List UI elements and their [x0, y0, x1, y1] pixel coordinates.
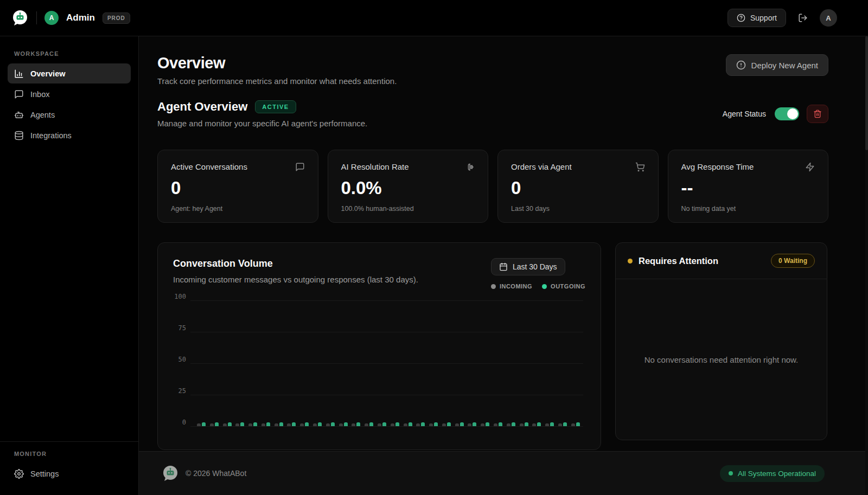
env-badge: PROD	[103, 12, 130, 24]
bar-incoming	[494, 423, 497, 426]
sidebar-item-settings[interactable]: Settings	[8, 464, 131, 484]
bar-outgoing	[434, 422, 438, 426]
metric-card: Orders via Agent0Last 30 days	[497, 150, 659, 223]
bar-incoming	[339, 423, 343, 426]
brand-name: Admin	[66, 12, 95, 23]
bars-row	[197, 422, 580, 426]
agent-status-toggle[interactable]	[775, 107, 799, 120]
y-axis-tick: 25	[173, 387, 186, 395]
sidebar-item-integrations[interactable]: Integrations	[8, 125, 131, 145]
scrollbar-track	[865, 36, 868, 495]
main-content: Overview Track core performance metrics …	[139, 36, 868, 451]
metric-icon-wrap	[635, 162, 645, 172]
bar-incoming	[287, 423, 291, 426]
metric-card: AI Resolution Rate0.0%100.0% human-assis…	[328, 150, 489, 223]
metric-footnote: No timing data yet	[681, 205, 815, 213]
bar-pair-day-27	[532, 422, 541, 426]
toggle-knob	[787, 108, 798, 119]
bar-outgoing	[344, 422, 348, 426]
bar-pair-day-29	[558, 422, 567, 426]
logout-button[interactable]	[798, 13, 808, 23]
sidebar-item-label: Settings	[30, 470, 59, 478]
legend-dot-icon	[491, 284, 496, 289]
deploy-button-label: Deploy New Agent	[751, 61, 818, 70]
trash-icon	[813, 110, 822, 118]
bar-pair-day-18	[416, 422, 425, 426]
legend-dot-icon	[542, 284, 547, 289]
metric-value: 0.0%	[341, 178, 475, 198]
shopping-cart-icon	[635, 162, 645, 172]
sidebar-item-overview[interactable]: Overview	[8, 63, 131, 83]
metric-title: Active Conversations	[171, 162, 247, 171]
metric-icon-wrap	[465, 162, 475, 172]
metric-value: 0	[171, 178, 305, 198]
bar-incoming	[378, 423, 381, 426]
metrics-row: Active Conversations0Agent: hey AgentAI …	[157, 150, 828, 223]
bar-incoming	[352, 423, 355, 426]
message-square-icon	[295, 162, 305, 172]
user-avatar[interactable]: A	[820, 9, 837, 27]
bar-outgoing	[525, 422, 528, 426]
bar-pair-day-14	[365, 422, 373, 426]
bar-outgoing	[421, 422, 425, 426]
zap-icon	[805, 162, 815, 172]
bar-incoming	[442, 423, 446, 426]
date-range-button[interactable]: Last 30 Days	[491, 258, 565, 275]
sidebar-item-label: Inbox	[30, 90, 49, 99]
alert-circle-icon	[736, 60, 746, 70]
bar-pair-day-19	[429, 422, 438, 426]
gear-icon	[14, 469, 24, 479]
agent-status-label: Agent Status	[723, 110, 766, 118]
agent-overview-subtitle: Manage and monitor your specific AI agen…	[157, 119, 367, 128]
legend-item-outgoing: OUTGOING	[542, 283, 585, 290]
bar-incoming	[248, 423, 252, 426]
chart-plot: 1007550250	[173, 300, 585, 436]
status-pill-label: All Systems Operational	[738, 470, 816, 478]
sidebar-item-inbox[interactable]: Inbox	[8, 84, 131, 104]
bar-pair-day-9	[300, 422, 309, 426]
bar-outgoing	[409, 422, 412, 426]
deploy-new-agent-button[interactable]: Deploy New Agent	[726, 54, 828, 76]
gridline	[190, 300, 583, 301]
bar-outgoing	[486, 422, 489, 426]
sidebar-workspace-section: WORKSPACEOverviewInboxAgentsIntegrations	[0, 36, 138, 151]
bar-pair-day-8	[287, 422, 296, 426]
y-axis-tick: 0	[173, 419, 186, 426]
bar-pair-day-15	[378, 422, 386, 426]
agent-overview-title: Agent Overview	[157, 100, 247, 114]
bar-incoming	[235, 423, 239, 426]
bar-outgoing	[228, 422, 232, 426]
legend-label: OUTGOING	[551, 283, 585, 290]
sidebar-section-label: MONITOR	[8, 451, 131, 457]
bar-outgoing	[460, 422, 464, 426]
bar-pair-day-12	[339, 422, 348, 426]
sidebar-item-label: Agents	[30, 111, 55, 119]
bar-incoming	[210, 423, 214, 426]
chart-legend: INCOMINGOUTGOING	[491, 283, 585, 290]
brain-circuit-icon	[465, 162, 475, 172]
bar-pair-day-3	[223, 422, 232, 426]
bar-outgoing	[473, 422, 476, 426]
support-button[interactable]: Support	[727, 9, 786, 27]
bar-outgoing	[292, 422, 296, 426]
main-area: Overview Track core performance metrics …	[139, 36, 868, 495]
bar-incoming	[481, 423, 484, 426]
bar-outgoing	[576, 422, 580, 426]
footer: © 2026 WhatABot All Systems Operational	[139, 451, 868, 495]
sidebar-section-label: WORKSPACE	[8, 50, 131, 57]
scrollbar-thumb[interactable]	[865, 36, 868, 150]
bar-outgoing	[331, 422, 335, 426]
delete-agent-button[interactable]	[807, 105, 828, 123]
metric-footnote: Last 30 days	[511, 205, 645, 213]
bar-incoming	[261, 423, 265, 426]
gridline	[190, 332, 583, 332]
sidebar-item-agents[interactable]: Agents	[8, 105, 131, 125]
metric-title: Avg Response Time	[681, 162, 754, 171]
bar-incoming	[391, 423, 394, 426]
bar-incoming	[197, 423, 201, 426]
message-square-icon	[14, 89, 24, 99]
sidebar-monitor-section: MONITORSettings	[0, 441, 138, 495]
metric-title: AI Resolution Rate	[341, 162, 409, 171]
metric-icon-wrap	[295, 162, 305, 172]
help-circle-icon	[737, 14, 745, 22]
